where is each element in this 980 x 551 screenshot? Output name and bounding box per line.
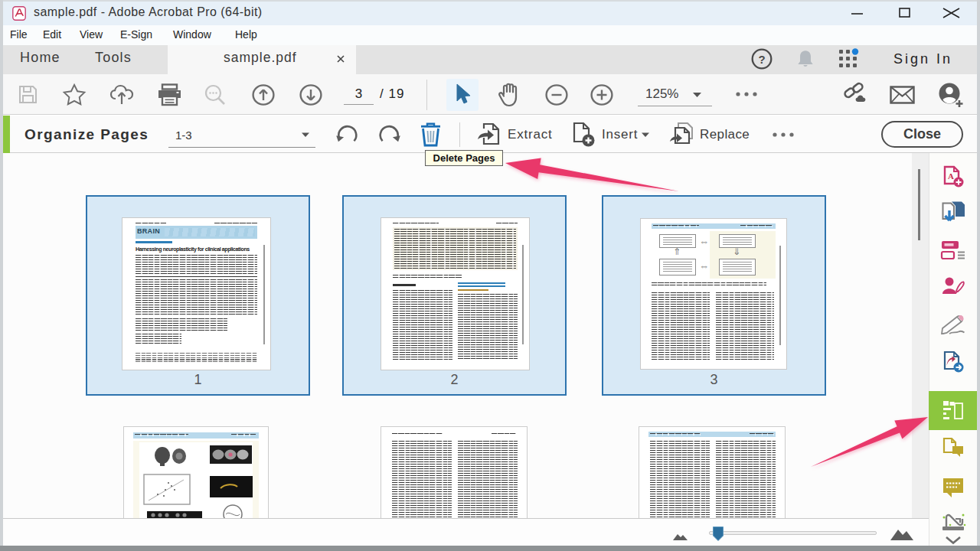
- svg-text:?: ?: [758, 53, 765, 66]
- svg-text:A: A: [948, 171, 954, 181]
